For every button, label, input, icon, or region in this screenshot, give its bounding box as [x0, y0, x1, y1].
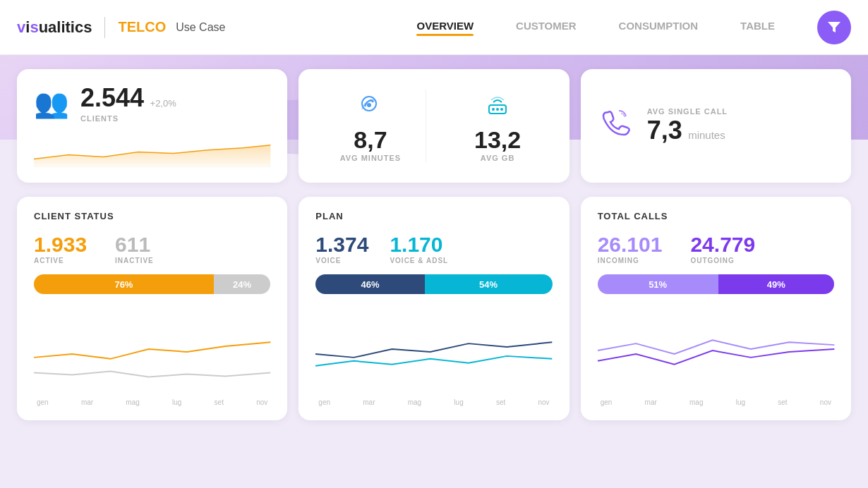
voice-progress-seg: 46% [315, 274, 424, 294]
avg-gb-value: 13,2 [474, 126, 521, 154]
avg-single-call-label: AVG SINGLE CALL [647, 107, 728, 116]
incoming-label: INCOMING [598, 257, 663, 264]
svg-point-4 [496, 108, 499, 111]
x-label-nov: nov [256, 398, 267, 406]
nav-consumption[interactable]: CONSUMPTION [619, 20, 699, 35]
x-label-set: set [215, 398, 224, 406]
clients-area-chart [34, 131, 270, 169]
inactive-label: INACTIVE [115, 257, 154, 264]
plan-x-labels: gen mar mag lug set nov [315, 398, 552, 406]
phone-icon [356, 90, 385, 123]
plan-x-mag: mag [408, 398, 421, 406]
clients-number: 2.544 [80, 83, 144, 112]
logo-visualitics: visualitics [17, 18, 92, 37]
clients-card: 👥 2.544 +2,0% CLIENTS [17, 69, 287, 183]
nav-table[interactable]: TABLE [740, 20, 775, 35]
plan-progress: 46% 54% [315, 274, 552, 294]
logo-separator [104, 17, 105, 38]
clients-mini-chart [34, 131, 270, 169]
calls-chart [598, 308, 834, 393]
client-status-numbers: 1.933 ACTIVE 611 INACTIVE [34, 233, 270, 264]
incoming-progress-seg: 51% [598, 274, 718, 294]
calls-x-nov: nov [820, 398, 831, 406]
inactive-progress-seg: 24% [214, 274, 270, 294]
voice-adsl-label: VOICE & ADSL [390, 257, 448, 264]
avg-metrics-card: 8,7 AVG MINUTES 13,2 AVG GB [299, 69, 569, 183]
logo-telco: TELCO [118, 19, 166, 35]
calls-progress: 51% 49% [598, 274, 834, 294]
calls-x-set: set [778, 398, 787, 406]
plan-chart [315, 308, 552, 393]
active-status-item: 1.933 ACTIVE [34, 233, 87, 264]
active-label: ACTIVE [34, 257, 87, 264]
calls-x-mar: mar [645, 398, 657, 406]
main-content: 👥 2.544 +2,0% CLIENTS [0, 55, 868, 434]
total-calls-card: TOTAL CALLS 26.101 INCOMING 24.779 OUTGO… [581, 197, 851, 420]
svg-point-5 [500, 108, 503, 111]
header: visualitics TELCO Use Case OVERVIEW CUST… [0, 0, 868, 55]
avg-single-call-unit: minutes [688, 129, 725, 141]
nav-customer[interactable]: CUSTOMER [516, 20, 577, 35]
client-status-chart [34, 308, 270, 393]
calls-x-lug: lug [736, 398, 745, 406]
voice-number: 1.374 [315, 233, 368, 257]
filter-icon [826, 19, 843, 36]
svg-point-3 [492, 108, 495, 111]
main-nav: OVERVIEW CUSTOMER CONSUMPTION TABLE [416, 20, 775, 35]
clients-change: +2,0% [150, 98, 176, 109]
router-waves-icon [483, 90, 512, 118]
logo-area: visualitics TELCO Use Case [17, 17, 225, 38]
phone-waves-icon [356, 90, 385, 118]
plan-x-nov: nov [538, 398, 550, 406]
clients-label: CLIENTS [80, 114, 176, 123]
plan-numbers: 1.374 VOICE 1.170 VOICE & ADSL [315, 233, 552, 264]
phone-ring-icon [598, 105, 633, 140]
total-calls-title: TOTAL CALLS [598, 211, 834, 221]
inactive-number: 611 [115, 233, 154, 257]
x-label-mag: mag [126, 398, 139, 406]
plan-x-gen: gen [318, 398, 330, 406]
avg-single-call-number: 7,3 [647, 116, 682, 145]
inactive-status-item: 611 INACTIVE [115, 233, 154, 264]
plan-title: PLAN [315, 211, 552, 221]
avg-single-call-card: AVG SINGLE CALL 7,3 minutes [581, 69, 851, 183]
calls-lines [598, 308, 834, 393]
outgoing-calls-item: 24.779 OUTGOING [690, 233, 755, 264]
incoming-number: 26.101 [598, 233, 663, 257]
filter-button[interactable] [817, 11, 851, 44]
svg-point-1 [367, 103, 371, 107]
outgoing-number: 24.779 [690, 233, 755, 257]
client-status-progress: 76% 24% [34, 274, 270, 294]
avg-gb-item: 13,2 AVG GB [426, 90, 553, 162]
x-label-mar: mar [81, 398, 93, 406]
calls-x-gen: gen [601, 398, 613, 406]
voice-adsl-item: 1.170 VOICE & ADSL [390, 233, 448, 264]
plan-lines [315, 308, 552, 393]
plan-x-mar: mar [363, 398, 375, 406]
voice-plan-item: 1.374 VOICE [315, 233, 368, 264]
plan-x-lug: lug [454, 398, 463, 406]
clients-number-row: 2.544 +2,0% [80, 83, 176, 113]
x-label-gen: gen [37, 398, 49, 406]
avg-gb-label: AVG GB [481, 154, 515, 162]
client-status-x-labels: gen mar mag lug set nov [34, 398, 270, 406]
router-icon [483, 90, 512, 123]
calls-x-labels: gen mar mag lug set nov [598, 398, 834, 406]
logo-usecase: Use Case [176, 21, 225, 34]
voice-adsl-number: 1.170 [390, 233, 448, 257]
clients-stats: 2.544 +2,0% CLIENTS [80, 83, 176, 123]
incoming-calls-item: 26.101 INCOMING [598, 233, 663, 264]
x-label-lug: lug [172, 398, 181, 406]
plan-card: PLAN 1.374 VOICE 1.170 VOICE & ADSL 46% … [299, 197, 569, 420]
client-status-card: CLIENT STATUS 1.933 ACTIVE 611 INACTIVE … [17, 197, 287, 420]
clients-card-top: 👥 2.544 +2,0% CLIENTS [34, 83, 270, 123]
voice-label: VOICE [315, 257, 368, 264]
bottom-cards-row: CLIENT STATUS 1.933 ACTIVE 611 INACTIVE … [17, 197, 851, 420]
call-icon [598, 105, 633, 147]
voice-adsl-progress-seg: 54% [425, 274, 553, 294]
avg-minutes-label: AVG MINUTES [340, 154, 402, 162]
plan-x-set: set [496, 398, 505, 406]
active-number: 1.933 [34, 233, 87, 257]
client-status-title: CLIENT STATUS [34, 211, 270, 221]
nav-overview[interactable]: OVERVIEW [416, 20, 474, 35]
